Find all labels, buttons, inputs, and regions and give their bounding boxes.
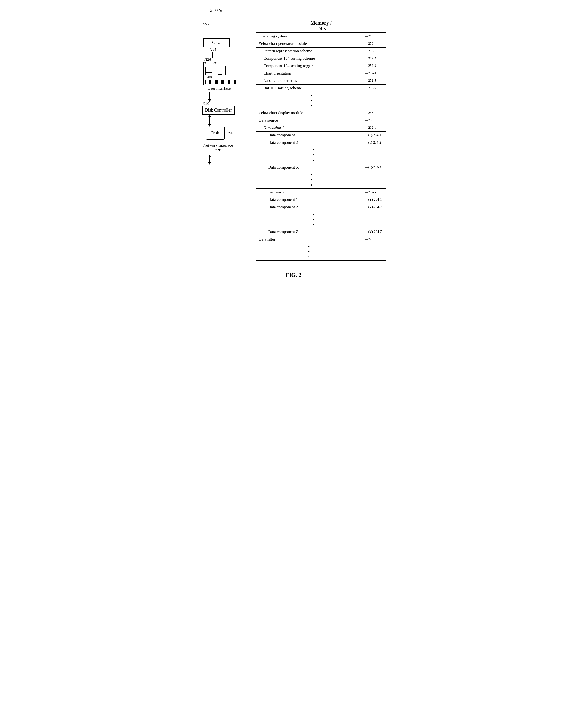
ref-number: —(1)-204-2 xyxy=(365,141,381,144)
mem-row-3: Component 104 sorting scheme—252-2 xyxy=(256,55,386,62)
mem-cell-content: Data component 1 xyxy=(266,196,363,203)
mem-row-9: Zebra chart display module—258 xyxy=(256,109,386,117)
ref-number: —252-3 xyxy=(365,64,376,68)
display-box: 236 /238 xyxy=(203,62,240,85)
indent-spacer xyxy=(256,70,261,77)
ref-number: —(Y)-204-1 xyxy=(365,198,382,202)
mem-row-8: ••• xyxy=(256,92,386,109)
network-interface-area: Network Interface 228 xyxy=(201,142,235,154)
dots-cell: ••• xyxy=(266,146,362,164)
display-ref: /226 xyxy=(205,58,240,62)
mem-cell-content: Zebra chart generator module xyxy=(256,40,363,47)
mem-row-6: Label characteristics—252-5 xyxy=(256,77,386,85)
ui-section: /226 236 /238 xyxy=(203,58,240,91)
monitor-icon xyxy=(214,66,226,75)
mem-ref-cell: —(Y)-204-Z xyxy=(363,228,386,235)
arrow-down-from-network xyxy=(208,155,211,164)
network-interface-box: Network Interface 228 xyxy=(201,142,235,154)
keyboard-icon xyxy=(205,79,236,84)
monitor-ref-label: /238 xyxy=(213,62,219,65)
mem-ref-cell: —(1)-204-X xyxy=(363,164,386,171)
outer-box: /222 CPU /234 /226 2 xyxy=(196,15,392,266)
indent-spacer xyxy=(256,92,261,109)
mem-row-17: Dimension Y—202-Y xyxy=(256,189,386,196)
mem-cell-content: Bar 102 sorting scheme xyxy=(261,85,363,92)
mem-cell-content: Data component X xyxy=(266,164,363,171)
mem-ref-cell: —252-2 xyxy=(363,55,386,62)
mem-row-14: ••• xyxy=(256,146,386,164)
mem-ref-cell: —252-3 xyxy=(363,62,386,69)
mem-row-21: Data component Z—(Y)-204-Z xyxy=(256,228,386,236)
mem-row-4: Component 104 scaling toggle—252-3 xyxy=(256,62,386,70)
mem-row-23: ••• xyxy=(256,243,386,260)
dots-cell: ••• xyxy=(261,171,362,188)
arrow-down-to-disk-ctrl xyxy=(208,92,211,102)
fig-label: FIG. 2 xyxy=(285,272,302,278)
ui-label: User Interface xyxy=(208,86,240,91)
mem-ref-cell: —202-1 xyxy=(363,124,386,131)
diagram-ref-text: 210 xyxy=(210,7,218,14)
mem-cell-content: Dimension 1 xyxy=(261,124,363,131)
ref-number: —252-1 xyxy=(365,49,376,53)
mem-row-0: Operating system—248 xyxy=(256,33,386,40)
dots-cell: ••• xyxy=(256,243,362,260)
ref-number: —202-Y xyxy=(365,190,377,194)
mem-ref-cell: —(1)-204-2 xyxy=(363,139,386,146)
ref-number: —(1)-204-X xyxy=(365,165,382,169)
ref-number: —(1)-204-1 xyxy=(365,133,381,137)
mem-cell-content: Component 104 sorting scheme xyxy=(261,55,363,62)
indent-spacer xyxy=(256,77,261,84)
bus-area: /234 xyxy=(209,48,216,58)
ref-number: —252-5 xyxy=(365,79,376,83)
disk-controller-box: Disk Controller xyxy=(202,106,235,115)
mem-row-1: Zebra chart generator module—250 xyxy=(256,40,386,48)
ref-number: —(Y)-204-Z xyxy=(365,230,382,234)
empty-ref xyxy=(362,146,386,164)
mem-ref-cell: —(Y)-204-2 xyxy=(363,204,386,211)
ref-number: —270 xyxy=(365,237,373,241)
mem-row-5: Chart orientation—252-4 xyxy=(256,70,386,77)
indent-spacer xyxy=(256,196,266,203)
indent-spacer xyxy=(256,124,261,131)
disk-area: Disk −242 xyxy=(202,127,234,140)
bus-ref: /234 xyxy=(210,48,216,52)
mem-cell-content: Data component 2 xyxy=(266,139,363,146)
mem-cell-content: Operating system xyxy=(256,33,363,40)
dots-cell: ••• xyxy=(266,211,362,228)
mem-ref-cell: —252-4 xyxy=(363,70,386,77)
mem-row-7: Bar 102 sorting scheme—252-6 xyxy=(256,85,386,92)
left-column: /222 CPU /234 /226 2 xyxy=(201,20,254,261)
indent-spacer xyxy=(256,171,261,188)
mem-ref-cell: —248 xyxy=(363,33,386,40)
indent-spacer xyxy=(256,55,261,62)
mem-cell-content: Data source xyxy=(256,117,363,124)
right-column: Memory / 224 ↘ Operating system—248Zebra… xyxy=(254,20,386,261)
disk-ref: −242 xyxy=(226,131,234,135)
mem-row-20: ••• xyxy=(256,211,386,228)
dots-cell: ••• xyxy=(261,92,362,109)
keyboard-ref: /208 xyxy=(206,75,238,79)
indent-spacer xyxy=(256,189,261,196)
indent-spacer xyxy=(256,164,266,171)
mem-ref-cell: —252-5 xyxy=(363,77,386,84)
mem-row-19: Data component 2—(Y)-204-2 xyxy=(256,204,386,211)
disk-box: Disk xyxy=(206,127,225,140)
empty-ref xyxy=(362,211,386,228)
diagram-label: 210 ↘ xyxy=(210,7,222,14)
mem-ref-cell: —270 xyxy=(363,236,386,243)
mem-row-11: Dimension 1—202-1 xyxy=(256,124,386,132)
bus-line xyxy=(212,52,213,58)
empty-ref xyxy=(362,92,386,109)
mem-ref-cell: —252-6 xyxy=(363,85,386,92)
cpu-ref-label: /222 xyxy=(203,22,210,26)
mem-row-10: Data source—260 xyxy=(256,117,386,124)
ref-number: —252-4 xyxy=(365,71,376,75)
cpu-box: CPU xyxy=(203,38,230,47)
mem-cell-content: Label characteristics xyxy=(261,77,363,84)
ref-number: —260 xyxy=(365,118,373,122)
mem-row-22: Data filter—270 xyxy=(256,236,386,243)
mem-cell-content: Chart orientation xyxy=(261,70,363,77)
indent-spacer xyxy=(256,132,266,139)
mem-row-2: Pattern representation scheme—252-1 xyxy=(256,48,386,55)
disk-controller-ref: /240 xyxy=(203,102,209,106)
